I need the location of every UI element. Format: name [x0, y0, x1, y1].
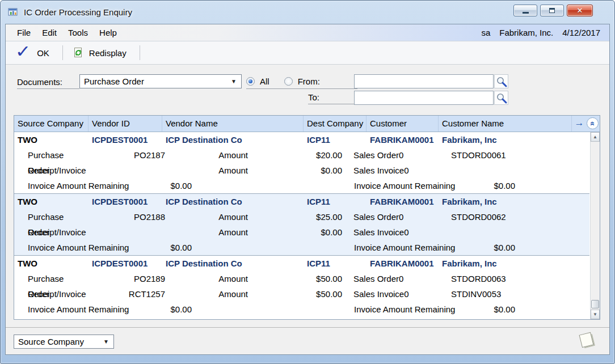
- cell-vendor-name: ICP Destination Co: [162, 194, 304, 209]
- sales-order-label: Sales Order0: [342, 271, 440, 286]
- row-label: Invoice Amount Remaining: [14, 302, 142, 317]
- restore-button[interactable]: [540, 5, 564, 16]
- menu-help[interactable]: Help: [94, 28, 123, 37]
- row-label: Invoice Amount Remaining: [354, 178, 467, 193]
- print-icon[interactable]: [579, 332, 594, 348]
- row-label: Invoice Amount Remaining: [354, 240, 467, 255]
- scroll-down-icon: ▼: [593, 312, 597, 317]
- col-source-company[interactable]: Source Company: [14, 116, 89, 132]
- amount-label: Amount: [165, 271, 248, 286]
- redisplay-button[interactable]: Redisplay: [68, 43, 134, 62]
- group-header-row[interactable]: TWO ICPDEST0001 ICP Destination Co ICP11…: [14, 132, 589, 147]
- sales-invoice-number: [440, 163, 589, 178]
- sales-invoice-number: STDINV0053: [440, 286, 589, 302]
- cell-dest-company: ICP11: [304, 256, 367, 271]
- scroll-up-button[interactable]: ▲: [591, 132, 600, 142]
- cell-customer-name: Fabrikam, Inc: [439, 256, 589, 271]
- purchase-order-row[interactable]: Purchase Order PO2189 Amount $50.00 Sale…: [14, 271, 589, 286]
- cell-vendor-id: ICPDEST0001: [89, 256, 162, 271]
- sales-order-number: STDORD0062: [440, 209, 589, 225]
- lookup-icon: [495, 75, 508, 88]
- purchase-order-row[interactable]: Purchase Order PO2187 Amount $20.00 Sale…: [14, 147, 589, 163]
- row-label: Receipt/Invoice: [14, 163, 80, 178]
- app-icon[interactable]: [8, 7, 19, 18]
- documents-dropdown[interactable]: Purchase Order ▼: [79, 74, 242, 88]
- minimize-icon: [523, 12, 529, 14]
- receipt-number: [80, 163, 165, 178]
- group-header-row[interactable]: TWO ICPDEST0001 ICP Destination Co ICP11…: [14, 194, 589, 209]
- status-date: 4/12/2017: [562, 28, 600, 37]
- titlebar[interactable]: IC Order Processing Enquiry ✕: [1, 1, 614, 24]
- receipt-invoice-row[interactable]: Receipt/Invoice Amount $0.00 Sales Invoi…: [14, 163, 589, 178]
- lookup-icon: [495, 92, 508, 104]
- to-label: To:: [308, 91, 357, 104]
- to-input[interactable]: [354, 91, 494, 105]
- col-customer-number[interactable]: Customer Number: [367, 116, 439, 132]
- receipt-number: RCT1257: [80, 286, 165, 302]
- cell-customer-name: Fabrikam, Inc: [439, 194, 589, 209]
- toolbar-separator: [140, 45, 140, 60]
- row-label: Purchase Order: [14, 147, 80, 163]
- to-lookup-button[interactable]: [494, 91, 508, 105]
- cell-source-company: TWO: [14, 256, 89, 271]
- col-dest-company[interactable]: Dest Company: [304, 116, 367, 132]
- dropdown-arrow-icon: ▼: [231, 78, 241, 84]
- invoice-remaining-row[interactable]: Invoice Amount Remaining $0.00 Invoice A…: [14, 240, 589, 255]
- cell-vendor-id: ICPDEST0001: [89, 194, 162, 209]
- invoice-remaining-left: $0.00: [142, 178, 192, 193]
- from-radio[interactable]: [284, 77, 293, 86]
- all-radio[interactable]: [246, 77, 255, 86]
- toolbar: ✓ OK Redisplay: [6, 41, 609, 65]
- receipt-amount: $0.00: [248, 225, 342, 240]
- col-vendor-name[interactable]: Vendor Name: [162, 116, 304, 132]
- row-label: Receipt/Invoice: [14, 286, 80, 302]
- receipt-invoice-row[interactable]: Receipt/Invoice RCT1257 Amount $50.00 Sa…: [14, 286, 589, 302]
- scroll-thumb[interactable]: [591, 300, 599, 308]
- window-controls: ✕: [513, 5, 593, 16]
- sales-invoice-label: Sales Invoice0: [342, 286, 440, 302]
- menu-tools[interactable]: Tools: [62, 28, 94, 37]
- po-amount: $20.00: [248, 147, 342, 163]
- record-group: TWO ICPDEST0001 ICP Destination Co ICP11…: [14, 132, 589, 193]
- invoice-remaining-row[interactable]: Invoice Amount Remaining $0.00 Invoice A…: [14, 178, 589, 193]
- close-button[interactable]: ✕: [567, 5, 593, 16]
- cell-source-company: TWO: [14, 194, 89, 209]
- from-label: From:: [298, 77, 320, 86]
- amount-label: Amount: [165, 147, 248, 163]
- cell-vendor-name: ICP Destination Co: [162, 132, 304, 147]
- record-list: TWO ICPDEST0001 ICP Destination Co ICP11…: [14, 132, 589, 317]
- window-title: IC Order Processing Enquiry: [24, 7, 132, 17]
- status-info: sa Fabrikam, Inc. 4/12/2017: [481, 28, 604, 37]
- goto-button[interactable]: →: [572, 116, 587, 132]
- po-number: PO2189: [80, 271, 165, 286]
- ok-label: OK: [37, 48, 49, 58]
- sort-by-dropdown[interactable]: Source Company ▼: [14, 335, 114, 349]
- invoice-remaining-left: $0.00: [142, 302, 192, 317]
- cell-customer-number: FABRIKAM0001: [367, 132, 439, 147]
- cell-source-company: TWO: [14, 132, 89, 147]
- restore-icon: [549, 8, 555, 13]
- vertical-scrollbar[interactable]: ▲ ▼: [590, 132, 600, 319]
- col-customer-name[interactable]: Customer Name: [439, 116, 572, 132]
- receipt-number: [80, 225, 165, 240]
- invoice-remaining-row[interactable]: Invoice Amount Remaining $0.00 Invoice A…: [14, 302, 589, 317]
- amount-label: Amount: [165, 163, 248, 178]
- group-header-row[interactable]: TWO ICPDEST0001 ICP Destination Co ICP11…: [14, 256, 589, 271]
- menu-file[interactable]: File: [11, 28, 36, 37]
- menu-edit[interactable]: Edit: [36, 28, 62, 37]
- receipt-invoice-row[interactable]: Receipt/Invoice Amount $0.00 Sales Invoi…: [14, 225, 589, 240]
- purchase-order-row[interactable]: Purchase Order PO2188 Amount $25.00 Sale…: [14, 209, 589, 225]
- col-vendor-id[interactable]: Vendor ID: [89, 116, 162, 132]
- from-lookup-button[interactable]: [494, 74, 508, 88]
- scroll-down-button[interactable]: ▼: [591, 310, 600, 319]
- invoice-remaining-right: $0.00: [467, 302, 515, 317]
- from-input[interactable]: [354, 74, 494, 88]
- all-label: All: [260, 77, 269, 86]
- range-options: All From:: [246, 74, 357, 89]
- minimize-button[interactable]: [513, 5, 537, 16]
- cell-customer-name: Fabrikam, Inc: [439, 132, 589, 147]
- grid-body: TWO ICPDEST0001 ICP Destination Co ICP11…: [14, 132, 600, 319]
- collapse-button[interactable]: «: [587, 117, 599, 129]
- sales-invoice-number: [440, 225, 589, 240]
- ok-button[interactable]: ✓ OK: [10, 43, 57, 62]
